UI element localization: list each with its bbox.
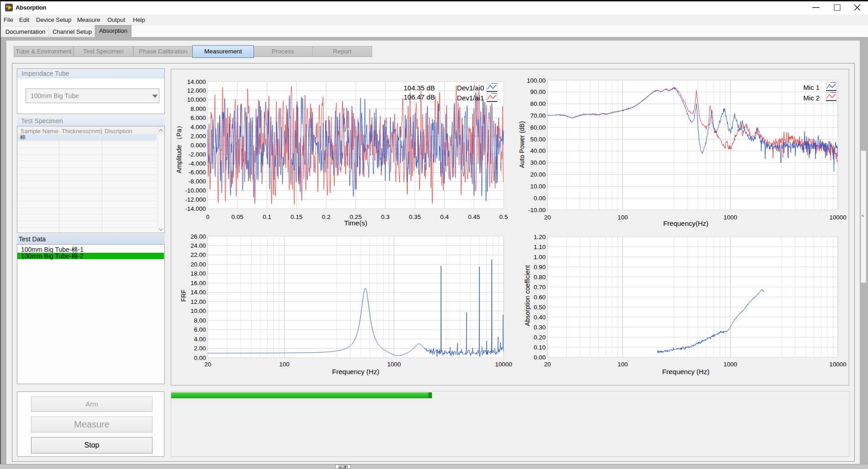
- svg-text:-6.000: -6.000: [189, 169, 206, 176]
- svg-text:0.00: 0.00: [194, 354, 206, 361]
- svg-text:100: 100: [617, 214, 628, 221]
- svg-text:Frequency(Hz): Frequency(Hz): [663, 219, 708, 227]
- svg-text:0.20: 0.20: [534, 334, 546, 341]
- svg-text:4.000: 4.000: [190, 124, 206, 130]
- svg-text:2.00: 2.00: [194, 345, 206, 352]
- svg-text:20: 20: [204, 361, 211, 368]
- svg-text:14.00: 14.00: [190, 289, 206, 296]
- svg-text:Time(s): Time(s): [344, 219, 367, 227]
- svg-text:100: 100: [279, 361, 290, 368]
- svg-text:20: 20: [544, 214, 551, 221]
- svg-text:1000: 1000: [723, 361, 737, 368]
- svg-text:0.50: 0.50: [534, 304, 546, 311]
- svg-text:Dev1/ai0: Dev1/ai0: [457, 84, 484, 92]
- svg-text:1.00: 1.00: [534, 254, 546, 261]
- svg-text:-8.000: -8.000: [189, 178, 206, 185]
- svg-text:100: 100: [617, 361, 628, 368]
- svg-text:Frequency (Hz): Frequency (Hz): [662, 368, 709, 375]
- svg-text:0.35: 0.35: [409, 214, 421, 220]
- svg-text:12.00: 12.00: [190, 298, 206, 305]
- svg-text:Absorption coefficient: Absorption coefficient: [524, 265, 531, 326]
- svg-text:6.000: 6.000: [190, 115, 206, 121]
- svg-text:0.00: 0.00: [534, 354, 546, 361]
- svg-text:Frequency (Hz): Frequency (Hz): [332, 368, 379, 375]
- svg-text:60.00: 60.00: [530, 124, 546, 131]
- svg-text:10000: 10000: [829, 214, 847, 221]
- svg-text:2.000: 2.000: [190, 133, 206, 140]
- svg-text:0.45: 0.45: [468, 214, 480, 220]
- svg-text:0.1: 0.1: [263, 214, 271, 220]
- svg-text:0.3: 0.3: [381, 214, 389, 220]
- svg-text:10000: 10000: [495, 361, 512, 368]
- svg-text:Mic 1: Mic 1: [803, 83, 820, 91]
- svg-text:100.00: 100.00: [527, 77, 546, 84]
- svg-text:1000: 1000: [387, 361, 401, 368]
- svg-text:14.000: 14.000: [187, 78, 206, 85]
- svg-text:-12.000: -12.000: [185, 196, 206, 203]
- svg-text:50.00: 50.00: [530, 136, 546, 143]
- svg-text:Dev1/ai1: Dev1/ai1: [457, 94, 484, 102]
- svg-text:20.00: 20.00: [530, 171, 546, 178]
- svg-text:-10.000: -10.000: [185, 187, 206, 194]
- svg-text:30.00: 30.00: [530, 159, 546, 166]
- svg-text:0.40: 0.40: [534, 314, 546, 321]
- svg-text:0.80: 0.80: [534, 274, 546, 281]
- svg-text:0.000: 0.000: [190, 142, 206, 149]
- svg-text:12.000: 12.000: [187, 87, 206, 94]
- svg-text:FRF: FRF: [180, 289, 187, 302]
- svg-text:0.90: 0.90: [534, 264, 546, 271]
- svg-text:-10.00: -10.00: [528, 207, 546, 214]
- svg-text:Mic 2: Mic 2: [803, 94, 820, 102]
- svg-text:0.10: 0.10: [534, 344, 546, 351]
- svg-text:10.00: 10.00: [190, 307, 206, 314]
- svg-text:18.00: 18.00: [190, 270, 206, 277]
- svg-text:24.00: 24.00: [190, 242, 206, 249]
- svg-text:6.00: 6.00: [194, 326, 206, 333]
- svg-text:10.00: 10.00: [530, 183, 546, 190]
- svg-text:104.35 dB: 104.35 dB: [404, 84, 435, 92]
- svg-text:90.00: 90.00: [530, 89, 546, 95]
- svg-text:70.00: 70.00: [530, 112, 546, 119]
- svg-text:26.00: 26.00: [190, 233, 206, 240]
- svg-text:0.30: 0.30: [534, 324, 546, 331]
- svg-text:10000: 10000: [829, 361, 847, 368]
- svg-text:0.00: 0.00: [534, 195, 546, 202]
- svg-text:4.00: 4.00: [194, 336, 206, 343]
- svg-text:0.2: 0.2: [322, 214, 331, 220]
- svg-text:0.4: 0.4: [440, 214, 449, 220]
- svg-text:0.70: 0.70: [534, 284, 546, 291]
- svg-text:1000: 1000: [723, 214, 737, 221]
- svg-text:-2.000: -2.000: [189, 151, 206, 158]
- svg-text:-14.000: -14.000: [185, 205, 206, 212]
- svg-text:1.20: 1.20: [534, 234, 546, 240]
- svg-text:22.00: 22.00: [190, 251, 206, 258]
- svg-text:8.000: 8.000: [190, 105, 206, 112]
- svg-text:0.5: 0.5: [500, 214, 508, 220]
- svg-text:Auto Power (dB): Auto Power (dB): [518, 121, 526, 168]
- svg-text:0.05: 0.05: [231, 214, 243, 220]
- svg-text:40.00: 40.00: [530, 147, 546, 154]
- svg-text:1.10: 1.10: [534, 244, 546, 250]
- svg-text:106.47 dB: 106.47 dB: [404, 93, 435, 101]
- svg-text:0.60: 0.60: [534, 294, 546, 301]
- svg-text:0.15: 0.15: [290, 214, 302, 220]
- svg-text:80.00: 80.00: [530, 100, 546, 107]
- svg-text:20.00: 20.00: [190, 261, 206, 268]
- svg-text:Amplitude （Pa）: Amplitude （Pa）: [175, 122, 183, 173]
- svg-text:0: 0: [206, 214, 210, 220]
- svg-text:8.00: 8.00: [194, 317, 206, 324]
- svg-text:20: 20: [544, 361, 551, 368]
- svg-text:10.000: 10.000: [187, 96, 206, 103]
- svg-text:-4.000: -4.000: [189, 160, 206, 167]
- svg-text:16.00: 16.00: [190, 280, 206, 287]
